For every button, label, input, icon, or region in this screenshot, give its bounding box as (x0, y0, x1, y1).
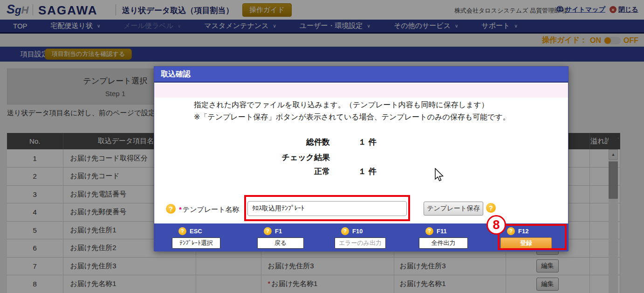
help-icon[interactable]: ? (166, 204, 176, 214)
function-key-group: ?F10エラーのみ出力 (335, 226, 386, 249)
footer-button-f10[interactable]: エラーのみ出力 (335, 237, 386, 249)
annotation-step-number: 8 (486, 215, 506, 235)
dialog-message-line2: ※「テンプレート保存」ボタンが表示されている場合、テンプレートのみの保存も可能で… (194, 112, 510, 122)
required-asterisk: * (179, 205, 182, 213)
footer-button-esc[interactable]: ﾃﾝﾌﾟﾚｰﾄ選択 (172, 237, 220, 249)
dialog-message-strip (154, 84, 568, 98)
help-icon[interactable]: ? (341, 227, 349, 235)
check-result-label: チェック結果 (227, 152, 330, 163)
total-count-value: １ 件 (358, 137, 377, 147)
app-screen: SgH SAGAWA 送り状データ取込（項目割当） 操作ガイド 株式会社タロスシ… (0, 0, 644, 293)
function-key-label: F10 (352, 228, 363, 235)
footer-button-f12[interactable]: 登録 (500, 237, 552, 249)
function-key-group: ?ESCﾃﾝﾌﾟﾚｰﾄ選択 (172, 226, 220, 249)
function-key-label: F1 (275, 228, 282, 235)
footer-button-f1[interactable]: 戻る (257, 237, 304, 249)
help-icon[interactable]: ? (264, 227, 272, 235)
help-icon[interactable]: ? (486, 203, 496, 213)
function-key-group: ?F1戻る (257, 226, 304, 249)
help-icon[interactable]: ? (507, 227, 515, 235)
normal-count-label: 正常 (227, 166, 330, 177)
function-key-label: F12 (518, 228, 528, 235)
save-template-button[interactable]: テンプレート保存 (424, 202, 483, 216)
help-icon[interactable]: ? (425, 227, 433, 235)
modal-footer: ?ESCﾃﾝﾌﾟﾚｰﾄ選択?F1戻る?F10エラーのみ出力?F11全件出力?F1… (154, 223, 568, 251)
dialog-title: 取込確認 (154, 67, 568, 83)
function-key-label: F11 (437, 228, 447, 235)
normal-count-value: １ 件 (358, 166, 377, 177)
function-key-label: ESC (190, 228, 202, 235)
function-key-group: ?F12登録 (500, 226, 552, 249)
total-count-label: 総件数 (227, 137, 330, 147)
help-icon[interactable]: ? (178, 227, 186, 235)
import-confirm-dialog: 取込確認 指定された内容でファイルを取り込みます。（テンプレート内容も同時に保存… (154, 66, 569, 251)
template-name-input[interactable] (247, 201, 407, 216)
template-name-label: *テンプレート名称 (179, 205, 240, 214)
dialog-message-line1: 指定された内容でファイルを取り込みます。（テンプレート内容も同時に保存します） (194, 100, 489, 110)
mouse-cursor (434, 168, 445, 184)
footer-button-f11[interactable]: 全件出力 (419, 237, 468, 249)
function-key-group: ?F11全件出力 (419, 226, 468, 249)
